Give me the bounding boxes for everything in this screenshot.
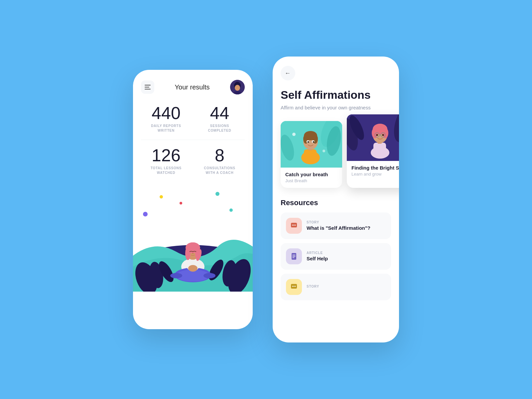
story-icon <box>290 283 298 291</box>
svg-point-25 <box>192 253 194 254</box>
dot-yellow <box>160 195 163 199</box>
phone-header: Your results <box>141 80 245 94</box>
svg-point-17 <box>188 265 198 272</box>
meditation-illustration <box>133 185 253 292</box>
card2-subtitle: Learn and grow <box>351 172 399 177</box>
document-icon <box>290 252 298 260</box>
page-title: Your results <box>175 83 210 91</box>
stat-sessions: 44 SESSIONSCOMPLETED <box>195 104 245 133</box>
card1-title: Catch your breath <box>285 172 337 177</box>
stat-lessons: 126 TOTAL LESSONSWATCHED <box>141 147 191 175</box>
resource-name-2: Self Help <box>307 256 328 261</box>
resources-heading: Resources <box>281 199 391 207</box>
stat-daily-reports: 440 DAILY REPORTSWRITTEN <box>141 104 191 133</box>
resource-type-2: ARTICLE <box>307 251 328 255</box>
session-card-bright-side[interactable]: Finding the Bright Side Learn and grow <box>347 114 399 188</box>
hamburger-icon <box>145 85 151 89</box>
svg-point-15 <box>203 273 215 278</box>
dot-red <box>180 202 182 204</box>
resource-text-1: STORY What is "Self Affirmation"? <box>307 220 370 231</box>
card1-illustration <box>281 121 342 168</box>
svg-point-53 <box>372 128 378 138</box>
card2-illustration <box>347 114 399 161</box>
svg-point-23 <box>187 242 199 249</box>
card-image-2 <box>347 114 399 161</box>
phone-affirmations: ← Self Affirmations Affirm and believe i… <box>273 57 399 342</box>
resource-type-3: STORY <box>307 285 319 288</box>
svg-point-70 <box>294 286 295 287</box>
stat-label-lessons: TOTAL LESSONSWATCHED <box>141 166 191 175</box>
meditation-svg <box>133 185 253 292</box>
stats-grid: 440 DAILY REPORTSWRITTEN 44 SESSIONSCOMP… <box>141 104 245 175</box>
resource-text-2: ARTICLE Self Help <box>307 251 328 261</box>
svg-point-14 <box>170 273 182 278</box>
svg-point-2 <box>235 85 240 91</box>
dot-purple <box>143 212 148 216</box>
svg-point-59 <box>382 134 384 136</box>
avatar[interactable] <box>230 80 245 94</box>
scene: Your results 440 D <box>133 57 399 342</box>
resource-story-bottom[interactable]: STORY <box>281 274 391 300</box>
svg-point-49 <box>371 147 389 159</box>
svg-point-69 <box>292 286 293 287</box>
resource-icon-chat <box>286 218 302 234</box>
chat-icon <box>290 222 298 230</box>
card2-title: Finding the Bright Side <box>351 165 399 171</box>
session-card-catch-breath[interactable]: Catch your breath Just Breath <box>281 121 342 188</box>
avatar-image <box>230 80 245 94</box>
svg-point-42 <box>313 141 315 143</box>
svg-point-61 <box>292 224 293 225</box>
stats-divider <box>141 140 245 140</box>
svg-point-63 <box>295 224 296 225</box>
back-button[interactable]: ← <box>281 66 295 80</box>
svg-point-31 <box>323 150 325 152</box>
menu-button[interactable] <box>141 80 154 94</box>
svg-point-58 <box>376 134 378 136</box>
dot-teal <box>215 192 219 196</box>
svg-point-30 <box>292 133 296 136</box>
svg-point-21 <box>185 247 191 260</box>
stat-number-lessons: 126 <box>141 147 191 164</box>
stat-number-daily: 440 <box>141 104 191 122</box>
card2-info: Finding the Bright Side Learn and grow <box>347 161 399 181</box>
resource-name-1: What is "Self Affirmation"? <box>307 225 370 231</box>
phone-results: Your results 440 D <box>133 70 253 329</box>
stat-consultations: 8 CONSULTATIONSWITH A COACH <box>195 147 245 175</box>
stat-label-daily: DAILY REPORTSWRITTEN <box>141 124 191 133</box>
svg-point-54 <box>382 128 388 138</box>
dot-teal-2 <box>229 208 233 212</box>
session-cards-list: Catch your breath Just Breath <box>281 121 391 188</box>
resource-text-3: STORY <box>307 285 319 289</box>
resource-icon-document <box>286 248 302 264</box>
resource-icon-story <box>286 279 302 295</box>
resource-type-1: STORY <box>307 220 370 224</box>
decorative-slashes: // <box>373 308 379 326</box>
resource-article-self-help[interactable]: ARTICLE Self Help <box>281 243 391 270</box>
card-image-1 <box>281 121 342 168</box>
stat-label-consult: CONSULTATIONSWITH A COACH <box>195 166 245 175</box>
svg-point-41 <box>308 141 309 143</box>
affirmations-subtitle: Affirm and believe in your own greatness <box>281 104 391 112</box>
affirmations-title: Self Affirmations <box>281 88 391 101</box>
stat-number-consult: 8 <box>195 147 245 164</box>
back-arrow-icon: ← <box>285 70 291 77</box>
svg-rect-33 <box>304 149 317 161</box>
card1-info: Catch your breath Just Breath <box>281 168 342 188</box>
svg-point-71 <box>295 286 296 287</box>
stat-label-sessions: SESSIONSCOMPLETED <box>195 124 245 133</box>
stat-number-sessions: 44 <box>195 104 245 122</box>
card1-subtitle: Just Breath <box>285 178 337 183</box>
resource-story-affirmation[interactable]: STORY What is "Self Affirmation"? <box>281 212 391 239</box>
svg-point-62 <box>294 224 295 225</box>
